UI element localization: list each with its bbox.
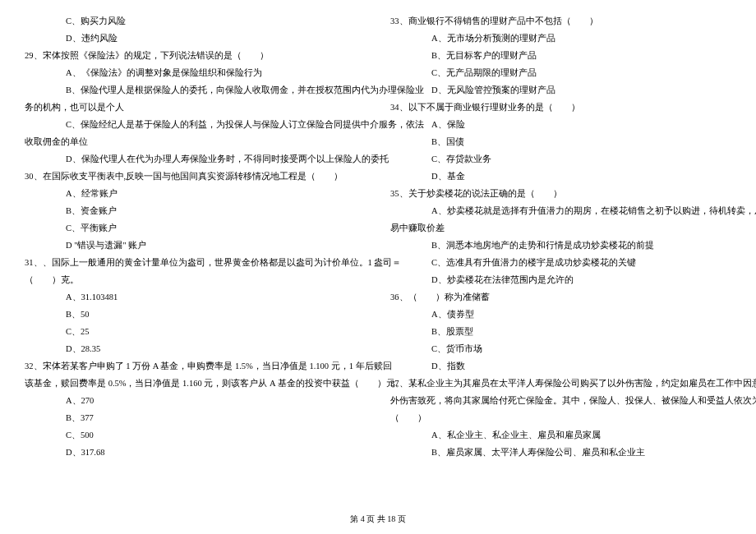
option-text: D、炒卖楼花在法律范围内是允许的 — [390, 271, 731, 288]
question-text: 34、以下不属于商业银行理财业务的是（ ） — [390, 99, 731, 116]
option-text: B、资金账户 — [25, 202, 366, 219]
option-text: A、债券型 — [390, 306, 731, 323]
option-text: D、317.68 — [25, 444, 366, 461]
question-text: 36、（ ）称为准储蓄 — [390, 288, 731, 306]
question-text: 29、宋体按照《保险法》的规定，下列说法错误的是（ ） — [25, 47, 366, 64]
option-text: D、指数 — [390, 357, 731, 375]
option-text: B、保险代理人是根据保险人的委托，向保险人收取佣金，并在授权范围内代为办理保险业 — [25, 81, 366, 99]
option-text: A、保险 — [390, 116, 731, 133]
option-text: B、雇员家属、太平洋人寿保险公司、雇员和私企业主 — [390, 444, 731, 461]
option-text: A、私企业主、私企业主、雇员和雇员家属 — [390, 426, 731, 444]
option-text: D、无风险管控预案的理财产品 — [390, 81, 731, 99]
option-text: A、无市场分析预测的理财产品 — [390, 30, 731, 47]
option-text: B、50 — [25, 306, 366, 323]
right-column: 33、商业银行不得销售的理财产品中不包括（ ） A、无市场分析预测的理财产品 B… — [390, 12, 731, 461]
question-text: 30、在国际收支平衡表中,反映一国与他国间真实资源转移情况地工程是（ ） — [25, 168, 366, 185]
option-text: C、选准具有升值潜力的楼宇是成功炒卖楼花的关键 — [390, 254, 731, 271]
left-column: C、购买力风险 D、违约风险 29、宋体按照《保险法》的规定，下列说法错误的是（… — [25, 12, 366, 461]
question-text: 32、宋体若某客户申购了 1 万份 A 基金，申购费率是 1.5%，当日净值是 … — [25, 357, 366, 375]
option-text: B、无目标客户的理财产品 — [390, 47, 731, 64]
option-continuation: 易中赚取价差 — [390, 219, 731, 237]
question-text: 35、关于炒卖楼花的说法正确的是（ ） — [390, 185, 731, 202]
option-text: C、货币市场 — [390, 340, 731, 357]
question-text: 33、商业银行不得销售的理财产品中不包括（ ） — [390, 12, 731, 30]
option-text: D "错误与遗漏" 账户 — [25, 237, 366, 254]
option-text: A、经常账户 — [25, 185, 366, 202]
option-text: A、炒卖楼花就是选择有升值潜力的期房，在楼花销售之初予以购进，待机转卖，从买卖交 — [390, 202, 731, 219]
question-text: 31、、国际上一般通用的黄金计量单位为盎司，世界黄金价格都是以盎司为计价单位。1… — [25, 254, 366, 271]
option-text: D、28.35 — [25, 340, 366, 357]
option-continuation: 务的机构，也可以是个人 — [25, 99, 366, 116]
option-text: A、《保险法》的调整对象是保险组织和保险行为 — [25, 64, 366, 81]
question-continuation: （ ） — [390, 409, 731, 426]
option-text: D、违约风险 — [25, 30, 366, 47]
option-text: C、25 — [25, 323, 366, 340]
option-text: B、377 — [25, 409, 366, 426]
option-text: C、平衡账户 — [25, 219, 366, 237]
option-text: C、购买力风险 — [25, 12, 366, 30]
option-text: A、270 — [25, 392, 366, 409]
question-continuation: （ ）克。 — [25, 271, 366, 288]
question-continuation: 该基金，赎回费率是 0.5%，当日净值是 1.160 元，则该客户从 A 基金的… — [25, 375, 366, 392]
option-text: D、基金 — [390, 168, 731, 185]
option-text: B、洞悉本地房地产的走势和行情是成功炒卖楼花的前提 — [390, 237, 731, 254]
option-text: D、保险代理人在代为办理人寿保险业务时，不得同时接受两个以上保险人的委托 — [25, 150, 366, 168]
question-continuation: 外伤害致死，将向其家属给付死亡保险金。其中，保险人、投保人、被保险人和受益人依次… — [390, 392, 731, 409]
option-text: C、500 — [25, 426, 366, 444]
option-text: C、存贷款业务 — [390, 150, 731, 168]
option-continuation: 收取佣金的单位 — [25, 133, 366, 150]
option-text: C、无产品期限的理财产品 — [390, 64, 731, 81]
option-text: A、31.103481 — [25, 288, 366, 306]
question-text: 37、某私企业主为其雇员在太平洋人寿保险公司购买了以外伤害险，约定如雇员在工作中… — [390, 375, 731, 392]
option-text: B、股票型 — [390, 323, 731, 340]
page-footer: 第 4 页 共 18 页 — [0, 511, 756, 527]
option-text: B、国债 — [390, 133, 731, 150]
option-text: C、保险经纪人是基于保险人的利益，为投保人与保险人订立保险合同提供中介服务，依法 — [25, 116, 366, 133]
